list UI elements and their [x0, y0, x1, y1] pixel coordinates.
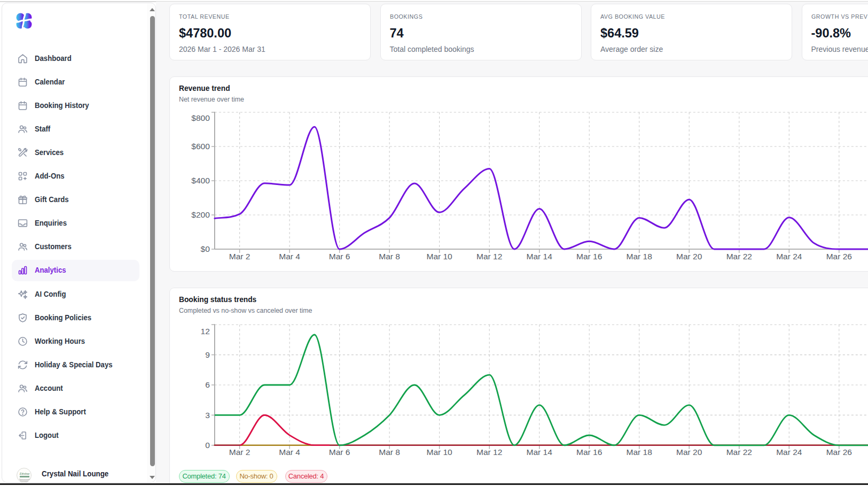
- svg-text:Mar 4: Mar 4: [279, 448, 300, 457]
- svg-text:$0: $0: [201, 244, 210, 253]
- svg-text:Mar 10: Mar 10: [426, 448, 452, 457]
- svg-text:Mar 14: Mar 14: [527, 448, 553, 457]
- svg-text:Mar 12: Mar 12: [476, 448, 502, 457]
- svg-text:Mar 20: Mar 20: [676, 448, 702, 457]
- svg-text:Mar 6: Mar 6: [329, 252, 350, 261]
- svg-text:$800: $800: [191, 113, 210, 122]
- svg-text:Mar 6: Mar 6: [329, 448, 350, 457]
- svg-text:Mar 22: Mar 22: [726, 448, 752, 457]
- svg-text:3: 3: [205, 411, 210, 420]
- svg-text:Mar 14: Mar 14: [527, 252, 553, 261]
- svg-text:Mar 18: Mar 18: [627, 252, 652, 261]
- svg-text:Mar 2: Mar 2: [229, 252, 251, 261]
- svg-text:Mar 4: Mar 4: [279, 252, 300, 261]
- svg-text:Divine: Divine: [19, 472, 30, 476]
- svg-text:Mar 8: Mar 8: [379, 252, 400, 261]
- svg-text:Mar 16: Mar 16: [576, 448, 602, 457]
- svg-text:Mar 26: Mar 26: [826, 448, 852, 457]
- svg-text:Mar 2: Mar 2: [229, 448, 251, 457]
- svg-text:$600: $600: [191, 142, 210, 151]
- svg-text:Mar 24: Mar 24: [776, 252, 802, 261]
- svg-text:Mar 22: Mar 22: [726, 252, 752, 261]
- svg-text:Mar 20: Mar 20: [676, 252, 702, 261]
- svg-text:Mar 26: Mar 26: [826, 252, 852, 261]
- svg-text:12: 12: [201, 327, 210, 336]
- svg-text:Mar 10: Mar 10: [426, 252, 452, 261]
- svg-text:6: 6: [205, 380, 210, 389]
- svg-text:Mar 16: Mar 16: [576, 252, 602, 261]
- svg-text:$400: $400: [191, 176, 210, 185]
- svg-text:$200: $200: [191, 210, 210, 219]
- svg-text:Mar 8: Mar 8: [379, 448, 400, 457]
- svg-text:Mar 12: Mar 12: [476, 252, 502, 261]
- svg-text:0: 0: [205, 441, 210, 450]
- svg-text:Mar 24: Mar 24: [776, 448, 802, 457]
- svg-text:Mar 18: Mar 18: [627, 448, 652, 457]
- svg-text:9: 9: [205, 350, 210, 359]
